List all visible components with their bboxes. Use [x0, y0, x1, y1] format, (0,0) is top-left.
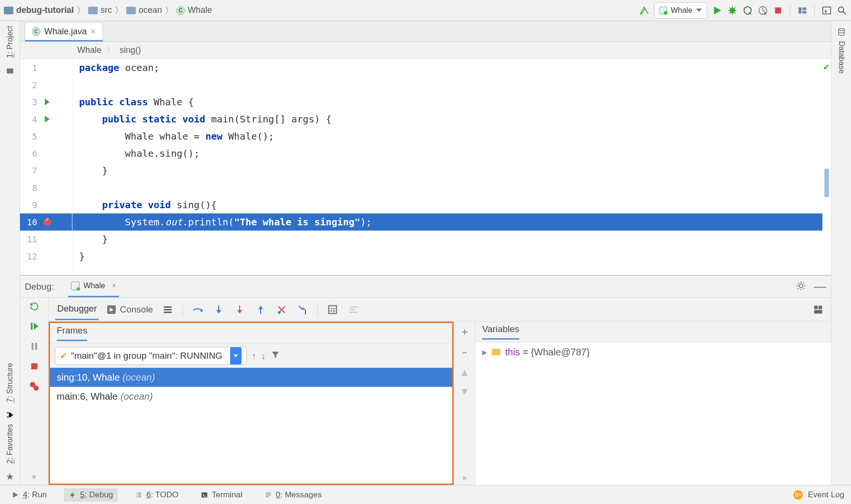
- debug-toolbar: Debugger ▶Console: [49, 298, 831, 322]
- minimize-icon[interactable]: —: [814, 279, 826, 294]
- crumb-whale[interactable]: C Whale: [176, 5, 212, 15]
- scrollbar-marker: [824, 169, 829, 197]
- frame-item[interactable]: sing:10, Whale(ocean): [50, 368, 452, 387]
- filter-icon[interactable]: [271, 350, 280, 362]
- debug-session-tab[interactable]: Whale ×: [68, 276, 119, 297]
- editor-right-margin: ✔: [822, 59, 831, 275]
- navigation-bar: debug-tutorial 〉 src 〉 ocean 〉 C Whale W…: [0, 0, 851, 21]
- trace-current-stream-button[interactable]: [347, 303, 360, 316]
- drop-frame-button[interactable]: [275, 303, 288, 316]
- crumb-src[interactable]: src: [88, 5, 112, 15]
- coverage-button[interactable]: [742, 5, 753, 16]
- force-step-into-button[interactable]: [233, 303, 246, 316]
- messages-tool-label: 0: Messages: [276, 490, 322, 500]
- prev-frame-button[interactable]: ↑: [252, 351, 256, 362]
- evaluate-expression-button[interactable]: [326, 303, 339, 316]
- variable-name: this: [505, 347, 520, 357]
- view-breakpoints-button[interactable]: [29, 381, 40, 392]
- editor-tab-whale[interactable]: C Whale.java ×: [25, 22, 103, 41]
- threads-icon[interactable]: [162, 303, 174, 316]
- next-frame-button[interactable]: ↓: [261, 351, 266, 362]
- dropdown-button[interactable]: [230, 347, 242, 364]
- frames-title-label: Frames: [57, 325, 87, 341]
- run-anything-button[interactable]: [821, 5, 832, 16]
- database-tool-tab[interactable]: Database: [835, 36, 848, 79]
- project-tool-tab[interactable]: 1: Project: [4, 21, 16, 63]
- more-icon[interactable]: »: [29, 471, 40, 482]
- svg-rect-16: [31, 363, 37, 370]
- more-icon[interactable]: »: [463, 474, 467, 485]
- close-icon[interactable]: ×: [112, 282, 116, 290]
- watch-up-button[interactable]: ▲: [459, 366, 470, 379]
- profile-button[interactable]: [758, 5, 768, 16]
- project-icon: [4, 7, 13, 14]
- separator: [790, 4, 790, 17]
- list-icon: [135, 491, 142, 499]
- step-out-button[interactable]: [254, 303, 267, 316]
- build-icon[interactable]: [639, 5, 649, 16]
- messages-tool-button[interactable]: 0: Messages: [260, 488, 326, 502]
- structure-tool-tab[interactable]: 7: Structure: [4, 358, 16, 407]
- layout-settings-button[interactable]: [812, 303, 824, 316]
- debug-tool-button[interactable]: 5: Debug: [64, 488, 118, 502]
- separator: [814, 4, 815, 17]
- breadcrumb-class[interactable]: Whale: [77, 45, 101, 55]
- console-tab[interactable]: ▶Console: [107, 304, 153, 315]
- step-over-button[interactable]: [192, 303, 204, 316]
- todo-tool-button[interactable]: 6: TODO: [130, 488, 183, 502]
- crumb-ocean[interactable]: ocean: [126, 5, 162, 15]
- run-icon: [11, 491, 19, 499]
- resume-button[interactable]: [29, 321, 40, 332]
- thread-label: "main"@1 in group "main": RUNNING: [71, 351, 223, 361]
- crumb-whale-label: Whale: [188, 5, 212, 15]
- run-tool-label: 4: Run: [23, 490, 47, 500]
- variables-pane: Variables ▸ this = {Whale@787}: [476, 322, 831, 485]
- frame-item[interactable]: main:6, Whale(ocean): [50, 387, 452, 406]
- frames-list[interactable]: sing:10, Whale(ocean)main:6, Whale(ocean…: [50, 368, 452, 484]
- thread-selector[interactable]: ✔ "main"@1 in group "main": RUNNING: [55, 347, 247, 365]
- remove-watch-button[interactable]: －: [459, 345, 470, 360]
- left-tool-strip: 1: Project 7: Structure 2: Favorites: [0, 21, 20, 485]
- run-config-selector[interactable]: Whale: [654, 2, 707, 19]
- gear-icon[interactable]: [796, 281, 806, 293]
- crumb-project[interactable]: debug-tutorial: [4, 5, 74, 15]
- stop-button[interactable]: [29, 361, 40, 372]
- variables-rail: ＋ － ▲ ▼ »: [454, 322, 476, 485]
- favorites-tool-tab[interactable]: 2: Favorites: [4, 419, 16, 469]
- bug-icon: [69, 491, 76, 499]
- structure-tool-label: 7: Structure: [6, 363, 14, 403]
- step-into-button[interactable]: [213, 303, 225, 316]
- debug-session-label: Whale: [83, 282, 105, 290]
- terminal-tool-button[interactable]: Terminal: [196, 488, 247, 502]
- debug-button[interactable]: [727, 5, 738, 16]
- notification-badge[interactable]: 9+: [793, 490, 803, 500]
- structure-icon: [6, 411, 14, 419]
- debugger-tab[interactable]: Debugger: [55, 299, 99, 320]
- debug-title: Debug:: [25, 282, 54, 292]
- svg-rect-21: [819, 305, 822, 309]
- project-structure-button[interactable]: [797, 5, 808, 16]
- watch-down-button[interactable]: ▼: [459, 385, 470, 398]
- event-log-button[interactable]: Event Log: [808, 490, 844, 500]
- run-config-label: Whale: [671, 6, 692, 15]
- breadcrumbs: debug-tutorial 〉 src 〉 ocean 〉 C Whale: [4, 5, 212, 16]
- breadcrumb-method[interactable]: sing(): [120, 45, 141, 55]
- run-to-cursor-button[interactable]: [296, 303, 309, 316]
- search-everywhere-button[interactable]: [837, 5, 847, 16]
- chevron-right-icon: 〉: [165, 5, 173, 16]
- expand-icon[interactable]: ▸: [482, 346, 487, 358]
- editor-code-area[interactable]: package ocean;public class Whale { publi…: [72, 59, 822, 275]
- rerun-button[interactable]: [29, 301, 40, 312]
- chevron-right-icon: 〉: [115, 5, 123, 16]
- close-icon[interactable]: ×: [91, 27, 96, 37]
- variable-row[interactable]: ▸ this = {Whale@787}: [482, 346, 824, 358]
- run-tool-button[interactable]: 4: Run: [7, 488, 51, 502]
- add-watch-button[interactable]: ＋: [459, 324, 470, 339]
- terminal-icon: [201, 491, 208, 499]
- run-button[interactable]: [712, 5, 722, 16]
- pause-button[interactable]: [29, 341, 40, 352]
- variables-list[interactable]: ▸ this = {Whale@787}: [476, 343, 831, 485]
- editor-gutter[interactable]: 123456789101112: [20, 59, 72, 275]
- stop-button[interactable]: [773, 5, 783, 16]
- code-editor[interactable]: 123456789101112 package ocean;public cla…: [20, 59, 831, 275]
